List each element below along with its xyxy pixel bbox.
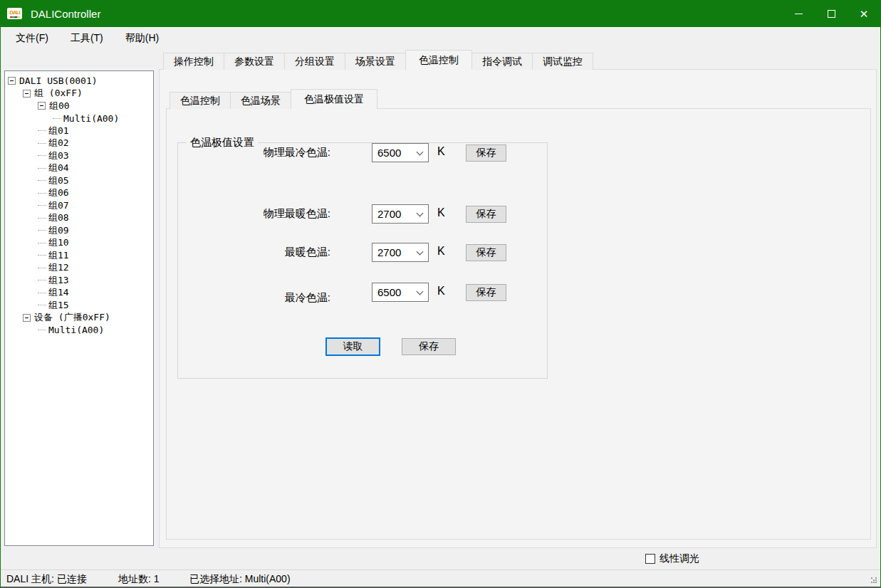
tree-connector-icon — [38, 330, 46, 330]
unit-label: K — [437, 245, 445, 258]
tree-node[interactable]: 组04 — [5, 162, 153, 175]
tree-connector-icon — [38, 230, 46, 231]
tree-connector-icon — [38, 268, 46, 268]
tab-分组设置[interactable]: 分组设置 — [284, 53, 345, 70]
tree-node[interactable]: 组01 — [5, 125, 153, 137]
menu-item-1[interactable]: 工具(T) — [63, 29, 110, 48]
menu-item-2[interactable]: 帮助(H) — [118, 29, 166, 48]
subtab-色温场景[interactable]: 色温场景 — [230, 92, 291, 109]
tree-node[interactable]: 设备 (广播0xFF) — [5, 312, 153, 325]
temp-combobox[interactable]: 6500 — [372, 283, 429, 302]
status-bar: DALI 主机: 已连接地址数: 1已选择地址: Multi(A00) — [1, 569, 880, 587]
tree-node-label: 组14 — [48, 286, 69, 299]
tree-node-label: 组01 — [48, 125, 69, 137]
tree-node-label: Multi(A00) — [63, 113, 119, 124]
maximize-icon — [828, 10, 835, 18]
main-tab-bar: 操作控制参数设置分组设置场景设置色温控制指令调试调试监控 — [163, 52, 593, 70]
chevron-down-icon[interactable] — [417, 149, 424, 156]
collapse-icon[interactable] — [38, 102, 46, 110]
tree-connector-icon — [38, 180, 46, 181]
tree-connector-icon — [38, 218, 46, 219]
chevron-down-icon[interactable] — [417, 210, 424, 217]
status-item-0: DALI 主机: 已连接 — [6, 573, 87, 586]
linear-dimming-checkbox[interactable]: 线性调光 — [645, 552, 699, 565]
tree-node[interactable]: 组03 — [5, 149, 153, 162]
window-title: DALIController — [31, 8, 100, 20]
subtab-色温极值设置[interactable]: 色温极值设置 — [291, 89, 377, 109]
chevron-down-icon[interactable] — [417, 288, 424, 295]
tree-node-label: 组06 — [48, 187, 69, 199]
tree-node[interactable]: Multi(A00) — [5, 112, 153, 125]
save-all-button[interactable]: 保存 — [402, 338, 456, 355]
tab-色温控制[interactable]: 色温控制 — [405, 50, 472, 70]
temp-combobox[interactable]: 2700 — [372, 243, 429, 262]
tree-node[interactable]: 组07 — [5, 199, 153, 212]
tree-connector-icon — [38, 155, 46, 156]
resize-grip-icon[interactable] — [870, 577, 877, 584]
chevron-down-icon[interactable] — [417, 248, 424, 256]
row-save-button[interactable]: 保存 — [466, 206, 506, 223]
collapse-icon[interactable] — [8, 77, 16, 85]
tree-connector-icon — [38, 168, 46, 169]
minimize-button[interactable] — [782, 0, 815, 27]
form-row: 最冷色温:6500K保存 — [178, 283, 547, 303]
tree-node[interactable]: Multi(A00) — [5, 324, 153, 337]
tree-node-label: 组09 — [48, 224, 69, 237]
tree-node[interactable]: 组11 — [5, 249, 153, 262]
collapse-icon[interactable] — [23, 90, 31, 98]
field-label: 最冷色温: — [185, 291, 330, 305]
tab-场景设置[interactable]: 场景设置 — [345, 53, 406, 70]
tree-node[interactable]: 组13 — [5, 274, 153, 287]
tree-node-label: 组 (0xFF) — [34, 87, 83, 100]
tree-node-label: Multi(A00) — [48, 325, 104, 335]
maximize-button[interactable] — [815, 0, 848, 27]
tree-node-label: 组07 — [48, 199, 69, 212]
row-save-button[interactable]: 保存 — [466, 244, 506, 261]
tree-node[interactable]: 组05 — [5, 174, 153, 187]
tree-node-label: 设备 (广播0xFF) — [34, 311, 110, 324]
tree-connector-icon — [38, 193, 46, 194]
unit-label: K — [437, 145, 445, 158]
tree-node-label: 组03 — [48, 149, 69, 162]
menu-item-0[interactable]: 文件(F) — [9, 29, 56, 48]
tree-node[interactable]: 组08 — [5, 212, 153, 225]
subtab-色温控制[interactable]: 色温控制 — [170, 92, 231, 109]
tree-node[interactable]: 组02 — [5, 137, 153, 150]
tree-connector-icon — [38, 243, 46, 243]
tree-node[interactable]: 组06 — [5, 187, 153, 200]
status-item-1: 地址数: 1 — [118, 573, 160, 586]
tree-node[interactable]: 组12 — [5, 262, 153, 275]
tree-node[interactable]: 组09 — [5, 224, 153, 237]
tree-node[interactable]: 组00 — [5, 100, 153, 112]
field-label: 最暖色温: — [185, 246, 330, 259]
row-save-button[interactable]: 保存 — [466, 145, 506, 162]
close-button[interactable]: ✕ — [848, 0, 880, 27]
field-label: 物理最暖色温: — [185, 207, 330, 221]
tree-node[interactable]: DALI USB(0001) — [5, 75, 153, 88]
tree-node[interactable]: 组14 — [5, 287, 153, 300]
tree-node[interactable]: 组15 — [5, 299, 153, 312]
checkbox-label: 线性调光 — [660, 552, 699, 565]
tree-node-label: 组15 — [48, 299, 69, 312]
checkbox-icon[interactable] — [645, 554, 655, 564]
tree-node-label: DALI USB(0001) — [19, 75, 98, 86]
tree-node[interactable]: 组10 — [5, 237, 153, 250]
tree-node-label: 组11 — [48, 249, 69, 262]
tree-node[interactable]: 组 (0xFF) — [5, 88, 153, 100]
read-button[interactable]: 读取 — [325, 337, 380, 356]
unit-label: K — [437, 285, 445, 298]
temp-combobox[interactable]: 6500 — [372, 143, 429, 162]
tab-调试监控[interactable]: 调试监控 — [532, 53, 593, 70]
tab-操作控制[interactable]: 操作控制 — [163, 53, 224, 70]
collapse-icon[interactable] — [23, 314, 31, 322]
form-row: 物理最冷色温:6500K保存 — [178, 143, 547, 163]
row-save-button[interactable]: 保存 — [466, 284, 506, 301]
status-item-2: 已选择地址: Multi(A00) — [189, 573, 291, 586]
temp-combobox[interactable]: 2700 — [372, 204, 429, 224]
tree-connector-icon — [38, 143, 46, 144]
tab-参数设置[interactable]: 参数设置 — [224, 53, 285, 70]
device-tree-panel: DALI USB(0001)组 (0xFF)组00Multi(A00)组01组0… — [4, 70, 154, 546]
tab-指令调试[interactable]: 指令调试 — [471, 53, 533, 70]
tree-connector-icon — [38, 205, 46, 206]
combobox-value: 2700 — [377, 246, 401, 258]
